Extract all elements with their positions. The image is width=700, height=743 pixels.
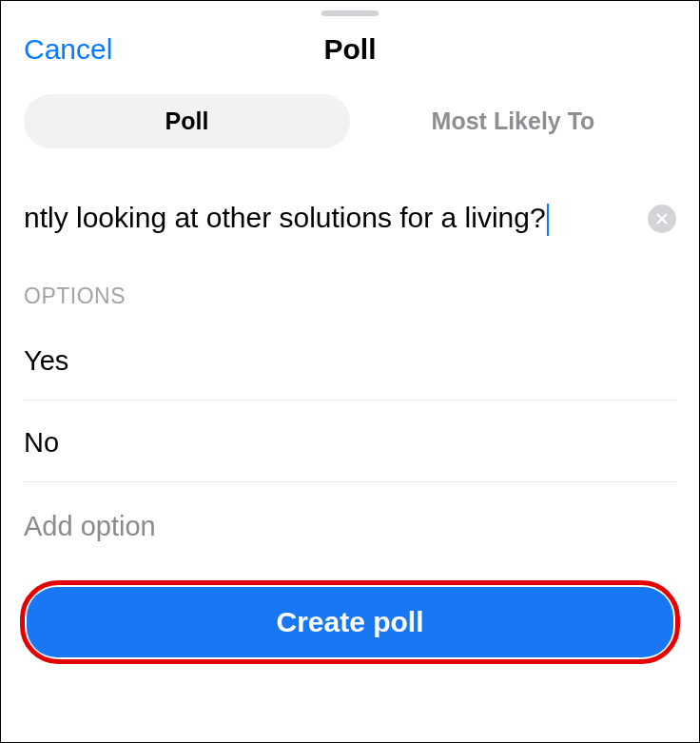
modal-title: Poll bbox=[323, 33, 376, 66]
question-text: ntly looking at other solutions for a li… bbox=[24, 202, 546, 233]
question-input[interactable]: ntly looking at other solutions for a li… bbox=[24, 202, 632, 236]
tab-most-likely-to[interactable]: Most Likely To bbox=[350, 94, 676, 148]
text-cursor bbox=[547, 204, 549, 236]
clear-question-button[interactable] bbox=[648, 205, 676, 233]
option-row[interactable]: Yes bbox=[24, 319, 676, 401]
option-row[interactable]: No bbox=[24, 401, 676, 482]
add-option-input[interactable]: Add option bbox=[24, 482, 676, 567]
modal-header: Cancel Poll bbox=[1, 16, 699, 88]
options-list: Yes No Add option bbox=[1, 319, 699, 567]
question-row: ntly looking at other solutions for a li… bbox=[1, 202, 699, 236]
create-poll-highlight: Create poll bbox=[20, 580, 680, 664]
tab-poll[interactable]: Poll bbox=[24, 94, 350, 148]
poll-type-tabs: Poll Most Likely To bbox=[24, 94, 676, 148]
create-poll-button[interactable]: Create poll bbox=[27, 587, 673, 657]
cancel-button[interactable]: Cancel bbox=[24, 33, 112, 66]
options-section-label: OPTIONS bbox=[24, 284, 699, 309]
